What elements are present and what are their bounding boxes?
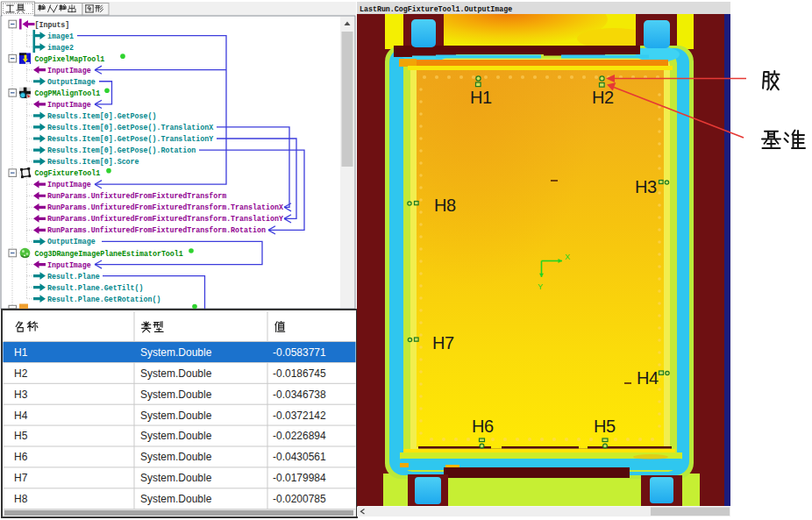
svg-text:-0.0200785: -0.0200785 [273,493,326,505]
svg-text:RunParams.UnfixturedFromFixtur: RunParams.UnfixturedFromFixturedTransfor… [47,203,283,211]
svg-text:H6: H6 [472,417,494,436]
svg-text:RunParams.UnfixturedFromFixtur: RunParams.UnfixturedFromFixturedTransfor… [47,215,283,223]
svg-text:Results.Item[0].GetPose(): Results.Item[0].GetPose() [47,112,156,120]
svg-text:H5: H5 [14,430,28,442]
svg-text:image2: image2 [47,44,74,52]
svg-text:H1: H1 [470,88,492,107]
svg-text:H3: H3 [635,177,657,196]
svg-text:H3: H3 [14,388,28,401]
svg-text:Y: Y [538,282,543,291]
svg-text:System.Double: System.Double [140,388,212,401]
svg-text:Results.Item[0].Score: Results.Item[0].Score [47,158,139,166]
svg-text:Cog3DRangeImagePlaneEstimatorT: Cog3DRangeImagePlaneEstimatorTool1 [35,250,183,258]
svg-text:H2: H2 [14,367,28,380]
svg-text:CogPMAlignTool1: CogPMAlignTool1 [35,89,101,97]
svg-text:LastRun.CogFixtureTool1.Output: LastRun.CogFixtureTool1.OutputImage [360,5,512,13]
svg-text:InputImage: InputImage [47,181,91,189]
svg-text:H4: H4 [637,368,659,388]
svg-text:H6: H6 [14,451,28,463]
svg-text:CogFixtureTool1: CogFixtureTool1 [35,169,101,177]
svg-text:H8: H8 [434,196,456,215]
svg-text:-0.0186745: -0.0186745 [273,367,326,380]
svg-text:H5: H5 [594,417,616,436]
svg-text:System.Double: System.Double [140,430,212,442]
svg-text:[Inputs]: [Inputs] [35,21,70,29]
svg-text:Result.Plane.GetRotation(): Result.Plane.GetRotation() [47,296,160,303]
svg-text:InputImage: InputImage [47,67,91,75]
svg-text:Results.Item[0].GetPose().Rota: Results.Item[0].GetPose().Rotation [47,146,196,154]
svg-text:Result.Plane.GetTilt(): Result.Plane.GetTilt() [47,284,144,292]
svg-text:System.Double: System.Double [140,493,212,505]
svg-text:-0.0430561: -0.0430561 [273,451,326,463]
svg-text:H4: H4 [14,410,28,422]
svg-text:CogPixelMapTool1: CogPixelMapTool1 [35,55,105,63]
svg-text:-0.0226894: -0.0226894 [273,430,326,442]
svg-text:System.Double: System.Double [140,346,212,359]
svg-text:Results.Item[0].GetPose().Tran: Results.Item[0].GetPose().TranslationY [47,135,213,143]
svg-text:System.Double: System.Double [140,451,212,463]
svg-text:Results.Item[0].GetPose().Tran: Results.Item[0].GetPose().TranslationX [47,124,213,132]
svg-text:-0.0583771: -0.0583771 [273,346,326,359]
svg-text:-0.0346738: -0.0346738 [273,388,326,401]
svg-text:X: X [565,253,570,261]
svg-text:InputImage: InputImage [47,101,91,109]
svg-text:H8: H8 [14,493,28,505]
svg-text:H1: H1 [14,346,28,359]
svg-text:OutputImage: OutputImage [47,78,96,86]
svg-text:System.Double: System.Double [140,472,212,484]
svg-text:H2: H2 [592,88,614,107]
svg-text:RunParams.UnfixturedFromFixtur: RunParams.UnfixturedFromFixturedTransfor… [47,226,266,234]
svg-text:-0.0179984: -0.0179984 [273,472,326,484]
svg-text:InputImage: InputImage [47,261,91,269]
svg-text:H7: H7 [432,333,454,353]
svg-text:-0.0372142: -0.0372142 [273,410,326,422]
svg-text:Result.Plane: Result.Plane [47,273,100,281]
svg-text:OutputImage: OutputImage [47,238,96,246]
svg-text:H7: H7 [14,472,28,484]
svg-text:RunParams.UnfixturedFromFixtur: RunParams.UnfixturedFromFixturedTransfor… [47,192,226,200]
svg-text:image1: image1 [47,32,74,40]
svg-text:System.Double: System.Double [140,367,212,380]
svg-text:System.Double: System.Double [140,410,212,422]
